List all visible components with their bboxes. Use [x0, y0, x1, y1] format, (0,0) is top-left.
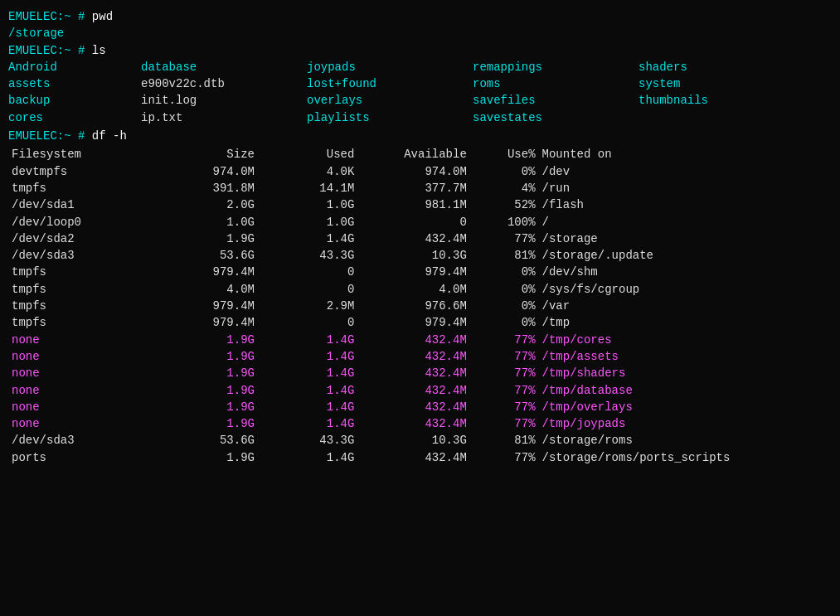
df-cell: 377.7M — [357, 180, 469, 196]
df-cell: 432.4M — [357, 382, 469, 399]
terminal-window: EMUELEC:~ # pwd /storage EMUELEC:~ # ls … — [8, 8, 832, 466]
df-cell: none — [8, 382, 158, 399]
df-cell: none — [8, 332, 158, 348]
df-body: devtmpfs974.0M4.0K974.0M0%/devtmpfs391.8… — [8, 163, 832, 466]
df-cell: 0% — [470, 281, 539, 298]
df-cell: 432.4M — [357, 449, 469, 466]
cmd-df: df -h — [92, 129, 127, 143]
df-cell: 77% — [470, 230, 539, 247]
ls-item: e900v22c.dtb — [141, 75, 307, 92]
df-cell: 979.4M — [158, 264, 258, 280]
df-cell: 979.4M — [158, 314, 258, 331]
df-row: /dev/sda21.9G1.4G432.4M77%/storage — [8, 230, 832, 247]
df-cell: 77% — [470, 348, 539, 365]
df-cell: 53.6G — [158, 432, 258, 449]
df-cell: 0% — [470, 163, 539, 180]
df-row: /dev/sda12.0G1.0G981.1M52%/flash — [8, 196, 832, 213]
df-cell: 77% — [470, 399, 539, 415]
pwd-output: /storage — [8, 25, 832, 41]
df-cell: 1.9G — [158, 365, 258, 381]
df-cell: /storage/roms — [539, 432, 832, 449]
ls-item: ip.txt — [141, 109, 307, 126]
df-header-row: FilesystemSizeUsedAvailableUse%Mounted o… — [8, 146, 832, 162]
df-cell: 1.0G — [158, 214, 258, 230]
df-cell: none — [8, 399, 158, 415]
df-cell: 81% — [470, 432, 539, 449]
df-row: none1.9G1.4G432.4M77%/tmp/shaders — [8, 365, 832, 381]
df-cell: 979.4M — [357, 264, 469, 280]
df-cell: tmpfs — [8, 264, 158, 280]
df-cell: none — [8, 348, 158, 365]
df-col-header: Size — [158, 146, 258, 162]
df-cell: 0 — [357, 214, 469, 230]
df-cell: tmpfs — [8, 180, 158, 196]
df-cell: 2.9M — [258, 298, 357, 314]
df-cell: 1.9G — [158, 348, 258, 365]
df-cell: 52% — [470, 196, 539, 213]
df-cell: 0% — [470, 298, 539, 314]
df-col-header: Available — [357, 146, 469, 162]
ls-item: savestates — [473, 109, 638, 126]
df-cell: 1.4G — [258, 230, 357, 247]
df-cell: 1.9G — [158, 449, 258, 466]
df-cell: tmpfs — [8, 314, 158, 331]
df-row: tmpfs979.4M0979.4M0%/tmp — [8, 314, 832, 331]
df-cell: 1.9G — [158, 230, 258, 247]
df-cell: /flash — [539, 196, 832, 213]
df-row: ports1.9G1.4G432.4M77%/storage/roms/port… — [8, 449, 832, 466]
df-cell: /storage/roms/ports_scripts — [539, 449, 832, 466]
df-cell: 77% — [470, 365, 539, 381]
df-cell: 1.4G — [258, 415, 357, 432]
df-table: FilesystemSizeUsedAvailableUse%Mounted o… — [8, 146, 832, 466]
df-row: tmpfs4.0M04.0M0%/sys/fs/cgroup — [8, 281, 832, 298]
ls-item: Android — [8, 59, 141, 75]
df-cell: 979.4M — [158, 298, 258, 314]
df-cell: 391.8M — [158, 180, 258, 196]
ls-item: system — [638, 75, 788, 92]
df-cell: 1.9G — [158, 382, 258, 399]
df-cell: /dev/sda3 — [8, 432, 158, 449]
df-cell: 100% — [470, 214, 539, 230]
df-cell: 81% — [470, 247, 539, 264]
df-cell: 981.1M — [357, 196, 469, 213]
ls-command-line: EMUELEC:~ # ls — [8, 42, 832, 59]
df-cell: none — [8, 415, 158, 432]
df-cell: /dev/shm — [539, 264, 832, 280]
ls-item: assets — [8, 75, 141, 92]
ls-item: roms — [473, 75, 638, 92]
df-row: /dev/sda353.6G43.3G10.3G81%/storage/.upd… — [8, 247, 832, 264]
df-cell: 432.4M — [357, 415, 469, 432]
df-cell: 1.4G — [258, 365, 357, 381]
prompt-pwd: EMUELEC:~ # — [8, 10, 92, 23]
df-col-header: Filesystem — [8, 146, 158, 162]
df-cell: 1.4G — [258, 348, 357, 365]
ls-item: database — [141, 59, 307, 75]
df-cell: 432.4M — [357, 230, 469, 247]
cmd-pwd: pwd — [92, 10, 113, 23]
df-row: tmpfs979.4M0979.4M0%/dev/shm — [8, 264, 832, 280]
df-cell: /tmp — [539, 314, 832, 331]
df-cell: /dev/sda3 — [8, 247, 158, 264]
df-cell: 1.4G — [258, 399, 357, 415]
ls-item: cores — [8, 109, 141, 126]
df-cell: / — [539, 214, 832, 230]
df-cell: /dev — [539, 163, 832, 180]
df-row: none1.9G1.4G432.4M77%/tmp/cores — [8, 332, 832, 348]
ls-item: playlists — [307, 109, 473, 126]
df-cell: 43.3G — [258, 432, 357, 449]
df-cell: /tmp/assets — [539, 348, 832, 365]
ls-item: backup — [8, 92, 141, 109]
cmd-ls: ls — [92, 44, 106, 57]
pwd-result: /storage — [8, 27, 64, 40]
df-cell: 43.3G — [258, 247, 357, 264]
df-cell: ports — [8, 449, 158, 466]
df-cell: /run — [539, 180, 832, 196]
df-cell: 1.9G — [158, 415, 258, 432]
df-cell: 0% — [470, 264, 539, 280]
ls-output: Androiddatabasejoypadsremappingsshadersa… — [8, 59, 832, 126]
df-cell: 77% — [470, 332, 539, 348]
df-cell: 432.4M — [357, 365, 469, 381]
ls-item: thumbnails — [638, 92, 788, 109]
df-cell: 1.9G — [158, 332, 258, 348]
df-cell: 10.3G — [357, 432, 469, 449]
